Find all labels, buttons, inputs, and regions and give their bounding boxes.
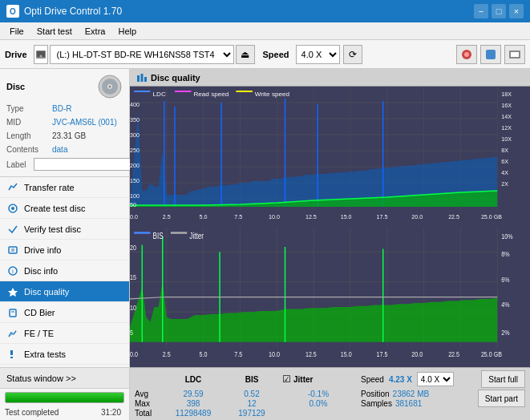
stats-data-rows: Avg Max Total 29.59 398 11298489 0.52 12… xyxy=(135,390,525,418)
sidebar-item-cd-bier[interactable]: CD Bier xyxy=(0,302,129,323)
sidebar-item-create-test-disc[interactable]: Create test disc xyxy=(0,198,129,219)
start-part-button[interactable]: Start part xyxy=(478,390,525,407)
status-text-row: Test completed 31:20 xyxy=(0,406,129,420)
svg-text:16X: 16X xyxy=(501,103,512,108)
top-chart: LDC Read speed Write speed 400 350 300 2… xyxy=(130,87,530,227)
svg-rect-53 xyxy=(134,91,150,92)
max-ldc: 398 xyxy=(165,399,221,408)
drive-label: Drive xyxy=(5,50,27,59)
toolbar-btn3[interactable] xyxy=(504,45,525,64)
avg-ldc: 29.59 xyxy=(165,390,221,398)
svg-rect-26 xyxy=(144,77,147,82)
samples-label: Samples xyxy=(361,399,392,408)
eject-button[interactable]: ⏏ xyxy=(236,45,255,64)
svg-rect-14 xyxy=(9,247,17,253)
svg-text:4X: 4X xyxy=(501,170,508,176)
disc-info-label: Disc info xyxy=(24,266,58,276)
drive-select[interactable]: (L:) HL-DT-ST BD-RE WH16NS58 TST4 xyxy=(50,45,234,64)
svg-text:20.0: 20.0 xyxy=(411,351,423,359)
svg-rect-5 xyxy=(486,50,496,59)
svg-text:100: 100 xyxy=(130,193,140,199)
svg-text:22.5: 22.5 xyxy=(448,351,459,359)
maximize-button[interactable]: □ xyxy=(492,4,506,18)
drive-icon xyxy=(34,45,48,64)
start-full-button[interactable]: Start full xyxy=(481,370,525,388)
titlebar-left: O Opti Drive Control 1.70 xyxy=(6,5,122,18)
svg-rect-108 xyxy=(134,232,150,234)
disc-length-value: 23.31 GB xyxy=(52,130,86,142)
sidebar-item-disc-quality[interactable]: Disc quality xyxy=(0,281,129,302)
svg-text:2%: 2% xyxy=(501,329,509,337)
sidebar-item-verify-test-disc[interactable]: Verify test disc xyxy=(0,219,129,240)
extra-tests-label: Extra tests xyxy=(24,349,66,359)
toolbar-btn2[interactable] xyxy=(480,45,501,64)
svg-text:8X: 8X xyxy=(501,147,508,153)
disc-quality-label: Disc quality xyxy=(24,287,69,297)
svg-point-13 xyxy=(11,207,14,210)
svg-rect-57 xyxy=(236,91,252,92)
svg-point-11 xyxy=(109,86,111,88)
close-button[interactable]: × xyxy=(509,4,524,18)
status-window-label: Status window >> xyxy=(6,374,76,383)
titlebar: O Opti Drive Control 1.70 − □ × xyxy=(0,0,530,22)
speed-value-stat: 4.23 X xyxy=(389,375,412,384)
speed-label-stat: Speed xyxy=(361,375,384,384)
max-bis: 12 xyxy=(228,399,276,408)
avg-bis: 0.52 xyxy=(228,390,276,398)
status-section: Status window >> Test completed 31:20 xyxy=(0,367,129,420)
disc-quality-icon xyxy=(6,285,19,298)
svg-rect-20 xyxy=(10,309,16,317)
cd-bier-label: CD Bier xyxy=(24,308,55,317)
stats-bar: LDC BIS ☑ Jitter Speed 4.23 X 4.0 X Star… xyxy=(130,367,530,420)
svg-text:18X: 18X xyxy=(501,91,512,97)
svg-text:7.5: 7.5 xyxy=(234,351,242,359)
menubar: File Start test Extra Help xyxy=(0,22,530,40)
svg-text:5.0: 5.0 xyxy=(200,214,208,220)
row-total-label: Total xyxy=(135,409,159,418)
svg-text:15.0: 15.0 xyxy=(341,214,352,220)
disc-info-icon: i xyxy=(6,265,19,277)
sidebar-item-fe-te[interactable]: FE / TE xyxy=(0,323,129,344)
create-test-disc-icon xyxy=(6,202,19,215)
status-time: 31:20 xyxy=(101,408,121,417)
menu-file[interactable]: File xyxy=(3,25,30,38)
max-jitter: 0.0% xyxy=(282,399,354,408)
sidebar-item-extra-tests[interactable]: Extra tests xyxy=(0,344,129,365)
sidebar-item-transfer-rate[interactable]: Transfer rate xyxy=(0,177,129,198)
menu-help[interactable]: Help xyxy=(111,25,143,38)
refresh-button[interactable]: ⟳ xyxy=(343,45,362,64)
svg-text:0.0: 0.0 xyxy=(130,351,138,359)
svg-text:10X: 10X xyxy=(501,136,512,142)
svg-text:250: 250 xyxy=(130,147,140,153)
total-bis: 197129 xyxy=(228,409,276,418)
svg-text:300: 300 xyxy=(130,132,140,138)
minimize-button[interactable]: − xyxy=(474,4,488,18)
svg-text:6%: 6% xyxy=(501,276,509,284)
svg-text:2.5: 2.5 xyxy=(163,351,171,359)
svg-text:Write speed: Write speed xyxy=(255,91,289,98)
stats-header-row: LDC BIS ☑ Jitter Speed 4.23 X 4.0 X Star… xyxy=(135,370,525,388)
svg-text:17.5: 17.5 xyxy=(377,214,388,220)
svg-text:25.0 GB: 25.0 GB xyxy=(481,214,502,220)
menu-extra[interactable]: Extra xyxy=(79,25,112,38)
speed-select-stat[interactable]: 4.0 X xyxy=(417,372,454,386)
status-window-button[interactable]: Status window >> xyxy=(0,368,129,389)
disc-label-input[interactable] xyxy=(34,158,140,171)
svg-text:7.5: 7.5 xyxy=(234,214,242,220)
menu-start-test[interactable]: Start test xyxy=(30,25,79,38)
svg-marker-19 xyxy=(8,288,18,297)
speed-select[interactable]: Max 1.0 X 2.0 X 4.0 X 6.0 X 8.0 X xyxy=(296,45,340,64)
svg-text:10: 10 xyxy=(130,304,136,312)
drive-info-icon xyxy=(6,244,19,256)
extra-tests-icon xyxy=(6,348,19,361)
svg-text:12.5: 12.5 xyxy=(305,214,317,220)
svg-text:350: 350 xyxy=(130,117,140,123)
row-max-label: Max xyxy=(135,399,159,408)
toolbar-btn1[interactable] xyxy=(456,45,477,64)
progress-bar-fill xyxy=(6,393,123,402)
sidebar-item-disc-info[interactable]: i Disc info xyxy=(0,260,129,281)
svg-text:25.0 GB: 25.0 GB xyxy=(481,351,502,359)
verify-test-disc-icon xyxy=(6,223,19,236)
disc-type-value: BD-R xyxy=(52,103,71,115)
sidebar-item-drive-info[interactable]: Drive info xyxy=(0,240,129,260)
